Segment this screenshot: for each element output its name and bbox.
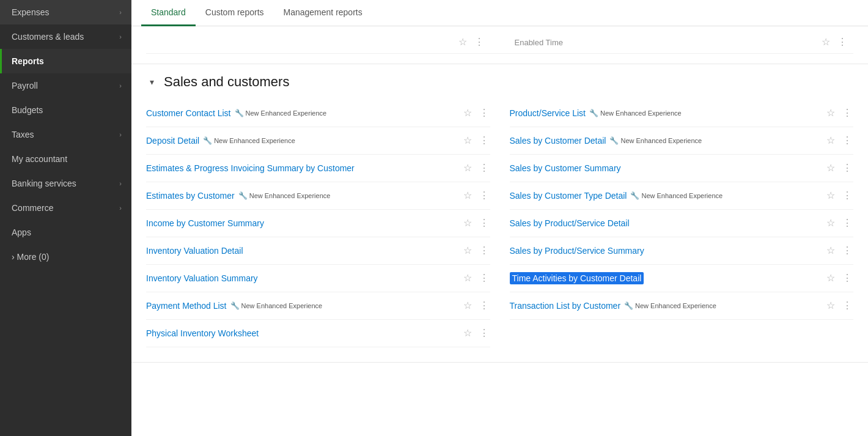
report-link-deposit-detail[interactable]: Deposit Detail: [146, 136, 199, 146]
sidebar-item-payroll[interactable]: Payroll›: [0, 73, 131, 98]
report-link-sales-by-product-service-summary[interactable]: Sales by Product/Service Summary: [510, 246, 644, 256]
star-button[interactable]: ☆: [462, 107, 473, 119]
more-button[interactable]: ⋮: [478, 272, 490, 284]
wrench-icon: 🔧: [230, 301, 240, 310]
star-button[interactable]: ☆: [825, 245, 836, 257]
sidebar-item-customers-leads[interactable]: Customers & leads›: [0, 24, 131, 49]
report-link-payment-method-list[interactable]: Payment Method List: [146, 301, 227, 311]
star-button[interactable]: ☆: [825, 162, 836, 174]
report-link-product-service-list[interactable]: Product/Service List: [510, 108, 586, 118]
sidebar-item-label: Taxes: [12, 130, 34, 139]
enhanced-badge: 🔧New Enhanced Experience: [624, 301, 716, 310]
star-button[interactable]: ☆: [825, 190, 836, 202]
collapse-button[interactable]: ▾: [146, 76, 158, 88]
more-button[interactable]: ⋮: [478, 300, 490, 312]
sidebar-item-more[interactable]: › More (0): [0, 245, 131, 269]
more-button[interactable]: ⋮: [841, 300, 853, 312]
more-button[interactable]: ⋮: [841, 272, 853, 284]
more-button[interactable]: ⋮: [478, 190, 490, 202]
cutoff-left-star[interactable]: ☆: [457, 36, 468, 48]
chevron-right-icon: ›: [119, 33, 122, 40]
more-button[interactable]: ⋮: [478, 135, 490, 147]
wrench-icon: 🔧: [589, 109, 598, 117]
enhanced-badge: 🔧New Enhanced Experience: [203, 136, 295, 145]
report-item-inventory-valuation-detail: Inventory Valuation Detail☆⋮: [146, 237, 490, 265]
report-link-income-by-customer-summary[interactable]: Income by Customer Summary: [146, 218, 264, 228]
more-button[interactable]: ⋮: [841, 107, 853, 119]
star-button[interactable]: ☆: [462, 135, 473, 147]
report-link-time-activities-by-customer-detail[interactable]: Time Activities by Customer Detail: [510, 272, 644, 284]
report-link-estimates-by-customer[interactable]: Estimates by Customer: [146, 191, 235, 201]
report-item-time-activities-by-customer-detail: Time Activities by Customer Detail☆⋮: [510, 265, 854, 292]
report-link-sales-by-customer-summary[interactable]: Sales by Customer Summary: [510, 163, 621, 173]
report-link-sales-by-customer-detail[interactable]: Sales by Customer Detail: [510, 136, 606, 146]
sidebar-item-commerce[interactable]: Commerce›: [0, 196, 131, 220]
cutoff-right-star[interactable]: ☆: [820, 36, 831, 48]
report-link-sales-by-product-service-detail[interactable]: Sales by Product/Service Detail: [510, 218, 630, 228]
report-actions: ☆⋮: [462, 190, 490, 202]
cutoff-right-more[interactable]: ⋮: [836, 36, 848, 48]
sidebar-item-expenses[interactable]: Expenses›: [0, 0, 131, 24]
report-item-estimates-by-customer: Estimates by Customer🔧New Enhanced Exper…: [146, 182, 490, 210]
tab-custom-reports[interactable]: Custom reports: [196, 0, 274, 26]
report-item-sales-by-product-service-detail: Sales by Product/Service Detail☆⋮: [510, 210, 854, 237]
star-button[interactable]: ☆: [462, 327, 473, 339]
report-actions: ☆⋮: [825, 300, 853, 312]
enhanced-badge: 🔧New Enhanced Experience: [630, 191, 723, 200]
sidebar-item-my-accountant[interactable]: My accountant: [0, 147, 131, 171]
report-link-estimates-progress-invoicing[interactable]: Estimates & Progress Invoicing Summary b…: [146, 163, 355, 173]
report-name-area: Transaction List by Customer🔧New Enhance…: [510, 301, 821, 311]
tab-management-reports[interactable]: Management reports: [274, 0, 372, 26]
report-name-area: Product/Service List🔧New Enhanced Experi…: [510, 108, 821, 118]
more-button[interactable]: ⋮: [478, 245, 490, 257]
sidebar-item-label: Budgets: [12, 105, 43, 115]
more-button[interactable]: ⋮: [478, 217, 490, 229]
section-title: Sales and customers: [164, 74, 289, 90]
tab-standard[interactable]: Standard: [141, 0, 196, 26]
more-button[interactable]: ⋮: [841, 245, 853, 257]
more-button[interactable]: ⋮: [841, 217, 853, 229]
sidebar-item-budgets[interactable]: Budgets: [0, 98, 131, 122]
sidebar-item-label: Apps: [12, 227, 31, 237]
sidebar-item-banking-services[interactable]: Banking services›: [0, 171, 131, 196]
star-button[interactable]: ☆: [462, 272, 473, 284]
sidebar-item-taxes[interactable]: Taxes›: [0, 122, 131, 147]
star-button[interactable]: ☆: [825, 300, 836, 312]
report-name-area: Physical Inventory Worksheet: [146, 328, 457, 338]
report-actions: ☆⋮: [462, 272, 490, 284]
report-link-physical-inventory-worksheet[interactable]: Physical Inventory Worksheet: [146, 328, 259, 338]
sidebar-item-apps[interactable]: Apps: [0, 220, 131, 245]
star-button[interactable]: ☆: [825, 135, 836, 147]
report-link-inventory-valuation-detail[interactable]: Inventory Valuation Detail: [146, 246, 243, 256]
report-actions: ☆⋮: [462, 107, 490, 119]
more-button[interactable]: ⋮: [841, 190, 853, 202]
cutoff-left-more[interactable]: ⋮: [473, 36, 485, 48]
more-button[interactable]: ⋮: [841, 162, 853, 174]
sidebar-item-reports[interactable]: Reports: [0, 49, 131, 73]
star-button[interactable]: ☆: [462, 217, 473, 229]
report-name-area: Payment Method List🔧New Enhanced Experie…: [146, 301, 457, 311]
chevron-right-icon: ›: [119, 82, 122, 89]
sales-customers-section: ▾ Sales and customers Customer Contact L…: [131, 64, 868, 363]
report-link-transaction-list-by-customer[interactable]: Transaction List by Customer: [510, 301, 621, 311]
star-button[interactable]: ☆: [462, 190, 473, 202]
star-button[interactable]: ☆: [462, 162, 473, 174]
star-button[interactable]: ☆: [825, 272, 836, 284]
star-button[interactable]: ☆: [825, 217, 836, 229]
report-link-inventory-valuation-summary[interactable]: Inventory Valuation Summary: [146, 273, 258, 283]
report-link-customer-contact-list[interactable]: Customer Contact List: [146, 108, 231, 118]
star-button[interactable]: ☆: [825, 107, 836, 119]
star-button[interactable]: ☆: [462, 300, 473, 312]
more-button[interactable]: ⋮: [478, 327, 490, 339]
report-name-area: Sales by Customer Summary: [510, 163, 821, 173]
report-actions: ☆⋮: [462, 245, 490, 257]
main-content: StandardCustom reportsManagement reports…: [131, 0, 868, 436]
star-button[interactable]: ☆: [462, 245, 473, 257]
report-name-area: Sales by Customer Type Detail🔧New Enhanc…: [510, 191, 821, 201]
bottom-section: [131, 363, 868, 387]
more-button[interactable]: ⋮: [478, 107, 490, 119]
sidebar-item-label: Payroll: [12, 81, 38, 91]
report-link-sales-by-customer-type-detail[interactable]: Sales by Customer Type Detail: [510, 191, 627, 201]
more-button[interactable]: ⋮: [841, 135, 853, 147]
more-button[interactable]: ⋮: [478, 162, 490, 174]
